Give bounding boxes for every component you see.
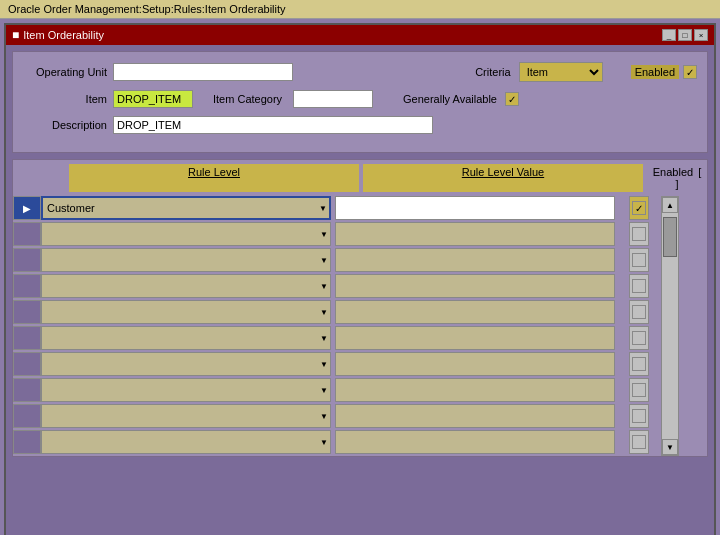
enabled-checkbox[interactable]: ✓: [683, 65, 697, 79]
dropdown-arrow-2: ▼: [320, 230, 328, 239]
rule-level-cell-4[interactable]: ▼: [41, 274, 331, 298]
scrollbar[interactable]: ▲ ▼: [661, 196, 679, 456]
enabled-checkbox-2[interactable]: [632, 227, 646, 241]
rule-level-value-cell-10[interactable]: [335, 430, 615, 454]
rule-level-cell-6[interactable]: ▼: [41, 326, 331, 350]
enabled-checkbox-5[interactable]: [632, 305, 646, 319]
rule-level-value-cell-8[interactable]: [335, 378, 615, 402]
dropdown-arrow-1: ▼: [319, 204, 327, 213]
item-input[interactable]: [113, 90, 193, 108]
generally-available-label: Generally Available: [403, 93, 497, 105]
rule-level-col: Customer ▼ ▼ ▼ ▼ ▼ ▼ ▼: [41, 196, 331, 456]
enabled-checkbox-7[interactable]: [632, 357, 646, 371]
form-area: Operating Unit Criteria Item Customer Or…: [12, 51, 708, 153]
dropdown-arrow-5: ▼: [320, 308, 328, 317]
item-category-label: Item Category: [193, 93, 293, 105]
enabled-cell-6[interactable]: [629, 326, 649, 350]
enabled-checkbox-1[interactable]: ✓: [632, 201, 646, 215]
minimize-button[interactable]: _: [662, 29, 676, 41]
enabled-col: ✓: [619, 196, 659, 456]
enabled-checkbox-10[interactable]: [632, 435, 646, 449]
generally-available-checkbox[interactable]: ✓: [505, 92, 519, 106]
row-indicator-6: [13, 326, 41, 350]
rule-level-value-header: Rule Level Value: [363, 164, 643, 192]
row-indicator-10: [13, 430, 41, 454]
rule-level-cell-7[interactable]: ▼: [41, 352, 331, 376]
main-window: ■ Item Orderability _ □ × Operating Unit…: [4, 23, 716, 535]
dropdown-arrow-8: ▼: [320, 386, 328, 395]
row-indicator-7: [13, 352, 41, 376]
criteria-label: Criteria: [475, 66, 510, 78]
window-title-bar: ■ Item Orderability _ □ ×: [6, 25, 714, 45]
dropdown-arrow-6: ▼: [320, 334, 328, 343]
enabled-label: Enabled: [631, 65, 679, 79]
window-controls: _ □ ×: [662, 29, 708, 41]
enabled-checkbox-4[interactable]: [632, 279, 646, 293]
operating-unit-input[interactable]: [113, 63, 293, 81]
close-button[interactable]: ×: [694, 29, 708, 41]
dropdown-arrow-7: ▼: [320, 360, 328, 369]
row-indicator-4: [13, 274, 41, 298]
restore-button[interactable]: □: [678, 29, 692, 41]
criteria-enabled-group: Criteria Item Customer Order Type Enable…: [475, 62, 697, 82]
item-category-input[interactable]: [293, 90, 373, 108]
enabled-cell-3[interactable]: [629, 248, 649, 272]
enabled-cell-10[interactable]: [629, 430, 649, 454]
rule-level-cell-3[interactable]: ▼: [41, 248, 331, 272]
rule-level-cell-10[interactable]: ▼: [41, 430, 331, 454]
row-indicator-9: [13, 404, 41, 428]
generally-available-group: Generally Available ✓: [403, 92, 519, 106]
scroll-down-button[interactable]: ▼: [662, 439, 678, 455]
description-input[interactable]: [113, 116, 433, 134]
grid-area: Rule Level Rule Level Value Enabled [ ] …: [12, 159, 708, 457]
enabled-col-header: Enabled [ ]: [647, 164, 707, 192]
rule-level-value-cell-5[interactable]: [335, 300, 615, 324]
form-row-1: Operating Unit Criteria Item Customer Or…: [23, 62, 697, 82]
rule-level-value-cell-6[interactable]: [335, 326, 615, 350]
enabled-checkbox-9[interactable]: [632, 409, 646, 423]
rule-level-cell-1[interactable]: Customer ▼: [41, 196, 331, 220]
enabled-section: Enabled ✓: [631, 65, 697, 79]
rule-level-header: Rule Level: [69, 164, 359, 192]
grid-scroll-area: ▶ Customer ▼ ▼: [13, 196, 707, 456]
rule-level-cell-5[interactable]: ▼: [41, 300, 331, 324]
rule-level-cell-8[interactable]: ▼: [41, 378, 331, 402]
enabled-cell-7[interactable]: [629, 352, 649, 376]
enabled-cell-8[interactable]: [629, 378, 649, 402]
scroll-up-button[interactable]: ▲: [662, 197, 678, 213]
row-indicator-1: ▶: [13, 196, 41, 220]
rule-level-value-cell-7[interactable]: [335, 352, 615, 376]
enabled-cell-1[interactable]: ✓: [629, 196, 649, 220]
rule-level-value-cell-2[interactable]: [335, 222, 615, 246]
enabled-cell-5[interactable]: [629, 300, 649, 324]
enabled-checkbox-8[interactable]: [632, 383, 646, 397]
enabled-cell-2[interactable]: [629, 222, 649, 246]
enabled-checkbox-3[interactable]: [632, 253, 646, 267]
enabled-cell-4[interactable]: [629, 274, 649, 298]
rule-level-value-cell-9[interactable]: [335, 404, 615, 428]
dropdown-arrow-4: ▼: [320, 282, 328, 291]
row-indicator-5: [13, 300, 41, 324]
scroll-thumb[interactable]: [663, 217, 677, 257]
rule-level-value-cell-4[interactable]: [335, 274, 615, 298]
app-title-bar: Oracle Order Management:Setup:Rules:Item…: [0, 0, 720, 19]
criteria-dropdown[interactable]: Item Customer Order Type: [519, 62, 603, 82]
rule-level-value-1: Customer: [43, 202, 99, 214]
enabled-checkbox-6[interactable]: [632, 331, 646, 345]
rule-level-cell-2[interactable]: ▼: [41, 222, 331, 246]
form-row-3: Description: [23, 116, 697, 134]
grid-header: Rule Level Rule Level Value Enabled [ ]: [13, 160, 707, 196]
window-icon: ■: [12, 28, 19, 42]
enabled-cell-9[interactable]: [629, 404, 649, 428]
row-indicator-col: ▶: [13, 196, 41, 456]
window-title-left: ■ Item Orderability: [12, 28, 104, 42]
description-label: Description: [23, 119, 113, 131]
rule-level-value-cell-1[interactable]: [335, 196, 615, 220]
rule-level-value-col: [335, 196, 615, 456]
window-title: Item Orderability: [23, 29, 104, 41]
scroll-track[interactable]: ▲ ▼: [661, 196, 679, 456]
operating-unit-label: Operating Unit: [23, 66, 113, 78]
rule-level-value-cell-3[interactable]: [335, 248, 615, 272]
row-indicator-8: [13, 378, 41, 402]
rule-level-cell-9[interactable]: ▼: [41, 404, 331, 428]
